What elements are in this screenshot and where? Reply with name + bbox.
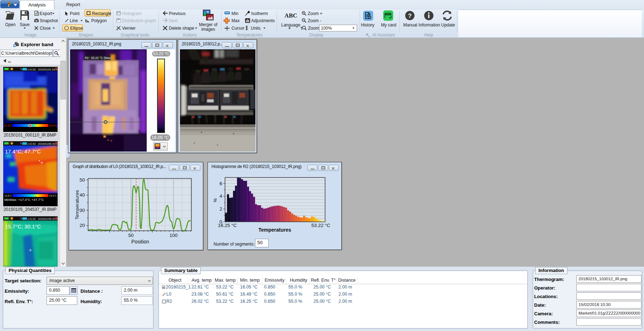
svg-text:6: 6 (219, 181, 222, 186)
svg-text:MinMax: +17.4°C +47.7°C: MinMax: +17.4°C +47.7°C (4, 198, 44, 202)
svg-text:50: 50 (79, 177, 85, 183)
svg-text:?: ? (408, 13, 411, 19)
svg-text:Position: Position (131, 239, 149, 244)
svg-text:20: 20 (79, 223, 85, 228)
svg-text:43.0°C: 43.0°C (49, 124, 58, 127)
svg-text:40: 40 (79, 192, 85, 198)
svg-text:2015/01/01 00:01:10: 2015/01/01 00:01:10 (38, 68, 58, 71)
svg-text:16.8°C: 16.8°C (4, 194, 12, 197)
svg-text:ε=0.93: ε=0.93 (28, 68, 35, 71)
svg-text:2015/01/05 20:46:07: 2015/01/05 20:46:07 (38, 217, 58, 221)
svg-text:53.22 °C: 53.22 °C (311, 223, 330, 228)
svg-text:Temperatures: Temperatures (258, 227, 291, 233)
svg-text:ε=0.93: ε=0.93 (28, 142, 35, 145)
svg-text:4: 4 (219, 193, 222, 199)
svg-text:43.5°C: 43.5°C (49, 194, 57, 197)
svg-text:%: % (213, 198, 218, 202)
svg-text:ε=0.93: ε=0.93 (28, 217, 35, 221)
svg-text:▲: ▲ (38, 159, 40, 162)
svg-text:30: 30 (79, 208, 85, 213)
svg-text:2: 2 (219, 206, 222, 212)
svg-text:Temperatures: Temperatures (74, 190, 80, 219)
svg-text:2015/01/05 20:45:37: 2015/01/05 20:45:37 (38, 142, 58, 145)
svg-text:16.25 °C: 16.25 °C (218, 223, 237, 228)
svg-text:15.7°C; 30.1°C: 15.7°C; 30.1°C (5, 223, 41, 229)
svg-text:50: 50 (128, 233, 133, 238)
svg-text:100: 100 (170, 233, 178, 238)
svg-text:R2 : 53.22 °C (Max): R2 : 53.22 °C (Max) (85, 56, 111, 60)
svg-text:17.4°C; 47.7°C: 17.4°C; 47.7°C (5, 148, 41, 154)
svg-text:21.4°C: 21.4°C (4, 124, 13, 127)
